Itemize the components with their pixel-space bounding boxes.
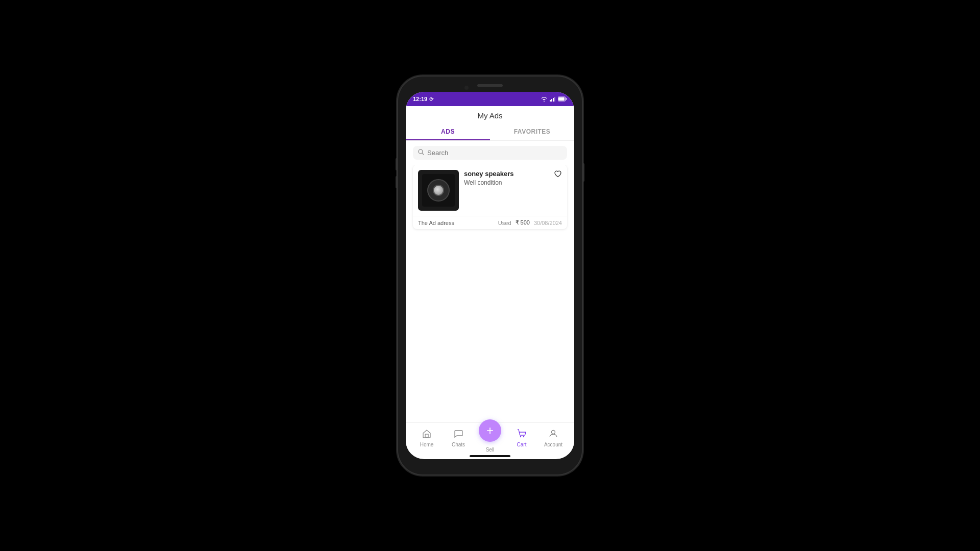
nav-sell-label: Sell <box>486 447 495 453</box>
nav-home[interactable]: Home <box>411 429 443 447</box>
account-icon <box>549 429 558 441</box>
tab-favorites[interactable]: FAVORITES <box>490 124 574 140</box>
home-icon <box>422 429 431 441</box>
search-input[interactable] <box>427 149 562 157</box>
app-content: My Ads ADS FAVORITES <box>406 106 574 459</box>
power-button <box>582 163 584 182</box>
ad-card-bottom: The Ad adress Used ₹ 500 30/08/2024 <box>413 216 567 229</box>
ad-info: soney speakers Well condition <box>464 170 562 186</box>
volume-up-button <box>396 158 398 170</box>
svg-line-8 <box>422 153 424 155</box>
ad-date: 30/08/2024 <box>534 220 562 226</box>
svg-rect-9 <box>425 434 428 437</box>
speaker-ring <box>427 179 450 202</box>
heart-icon <box>554 170 562 178</box>
front-camera <box>464 86 469 90</box>
sell-plus-icon: + <box>486 424 494 437</box>
nav-account[interactable]: Account <box>537 429 569 447</box>
speaker-visual <box>422 174 455 207</box>
favorite-button[interactable] <box>554 170 562 180</box>
svg-rect-0 <box>550 100 551 102</box>
search-box[interactable] <box>413 146 567 160</box>
svg-point-12 <box>552 430 555 434</box>
phone-screen: 12:19 ⟳ <box>406 92 574 459</box>
signal-icon <box>550 96 556 102</box>
ad-address: The Ad adress <box>418 220 454 226</box>
phone-frame: 12:19 ⟳ <box>398 77 582 474</box>
ad-image <box>418 170 459 211</box>
earpiece-speaker <box>477 84 503 87</box>
tab-bar: ADS FAVORITES <box>406 124 574 140</box>
nav-chats[interactable]: Chats <box>443 429 474 447</box>
ad-description: Well condition <box>464 179 562 186</box>
status-time: 12:19 ⟳ <box>413 96 433 102</box>
svg-rect-2 <box>553 98 554 102</box>
ad-title: soney speakers <box>464 170 562 178</box>
nav-chats-label: Chats <box>452 442 465 447</box>
volume-down-button <box>396 176 398 188</box>
page-title: My Ads <box>406 111 574 120</box>
cart-icon <box>517 429 526 441</box>
nav-home-label: Home <box>420 442 434 447</box>
svg-rect-3 <box>554 97 555 102</box>
home-indicator <box>470 455 510 457</box>
time-display: 12:19 <box>413 96 427 102</box>
wifi-icon <box>541 96 548 102</box>
nav-account-label: Account <box>544 442 562 447</box>
search-container <box>406 141 574 165</box>
nav-sell[interactable]: + Sell <box>474 423 506 453</box>
chat-icon <box>454 429 463 441</box>
battery-icon <box>558 96 567 102</box>
nav-cart-label: Cart <box>517 442 527 447</box>
ad-card[interactable]: soney speakers Well condition The Ad adr… <box>413 165 567 229</box>
status-bar: 12:19 ⟳ <box>406 92 574 106</box>
ad-price: ₹ 500 <box>516 219 530 226</box>
sync-icon: ⟳ <box>429 96 433 102</box>
speaker-center <box>433 185 444 196</box>
svg-rect-5 <box>566 98 567 100</box>
sell-button[interactable]: + <box>479 419 501 442</box>
tab-ads[interactable]: ADS <box>406 124 490 140</box>
status-icons <box>541 96 567 102</box>
svg-rect-6 <box>558 97 565 101</box>
search-icon <box>418 149 424 157</box>
ad-card-top: soney speakers Well condition <box>413 165 567 216</box>
bottom-nav: Home Chats + Sell <box>406 422 574 453</box>
svg-point-11 <box>523 436 524 437</box>
page-header: My Ads ADS FAVORITES <box>406 106 574 141</box>
ad-meta: Used ₹ 500 30/08/2024 <box>498 219 562 226</box>
svg-rect-1 <box>551 99 552 102</box>
ad-list: soney speakers Well condition The Ad adr… <box>406 165 574 422</box>
svg-point-10 <box>520 436 521 437</box>
ad-condition: Used <box>498 220 511 226</box>
nav-cart[interactable]: Cart <box>506 429 537 447</box>
